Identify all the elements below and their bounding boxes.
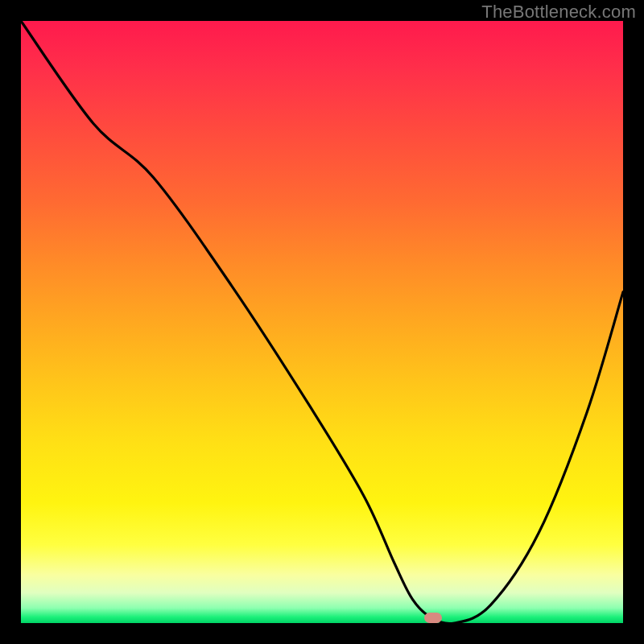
curve-path (21, 21, 623, 624)
plot-area (21, 21, 623, 623)
chart-frame: TheBottleneck.com (0, 0, 644, 644)
watermark-text: TheBottleneck.com (481, 2, 636, 23)
bottleneck-curve (21, 21, 623, 623)
optimum-marker (424, 613, 442, 623)
